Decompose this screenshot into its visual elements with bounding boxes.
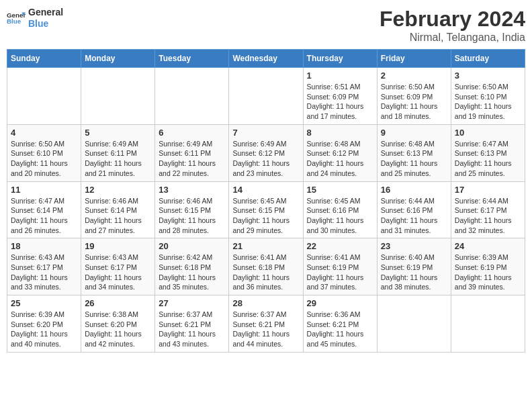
day-info: Sunrise: 6:42 AM Sunset: 6:18 PM Dayligh… (159, 253, 225, 292)
calendar-cell: 1Sunrise: 6:51 AM Sunset: 6:09 PM Daylig… (303, 68, 377, 125)
weekday-header-wednesday: Wednesday (229, 50, 303, 68)
day-info: Sunrise: 6:49 AM Sunset: 6:11 PM Dayligh… (159, 139, 225, 179)
svg-text:Blue: Blue (7, 17, 21, 25)
calendar-cell (155, 68, 229, 125)
calendar-cell: 17Sunrise: 6:44 AM Sunset: 6:17 PM Dayli… (451, 181, 525, 238)
day-number: 14 (232, 185, 299, 195)
logo-icon: General Blue (7, 9, 26, 28)
calendar-cell: 24Sunrise: 6:39 AM Sunset: 6:19 PM Dayli… (451, 238, 525, 295)
day-number: 4 (11, 128, 77, 138)
day-number: 7 (232, 128, 299, 138)
day-info: Sunrise: 6:49 AM Sunset: 6:12 PM Dayligh… (232, 139, 299, 179)
day-number: 3 (455, 71, 521, 81)
day-info: Sunrise: 6:45 AM Sunset: 6:15 PM Dayligh… (232, 196, 299, 236)
calendar-cell: 14Sunrise: 6:45 AM Sunset: 6:15 PM Dayli… (229, 181, 303, 238)
calendar-cell: 16Sunrise: 6:44 AM Sunset: 6:16 PM Dayli… (377, 181, 451, 238)
calendar-cell: 15Sunrise: 6:45 AM Sunset: 6:16 PM Dayli… (303, 181, 377, 238)
weekday-header-sunday: Sunday (7, 50, 81, 68)
calendar-cell (229, 68, 303, 125)
day-number: 13 (159, 185, 225, 195)
calendar-cell: 13Sunrise: 6:46 AM Sunset: 6:15 PM Dayli… (155, 181, 229, 238)
day-info: Sunrise: 6:41 AM Sunset: 6:18 PM Dayligh… (232, 253, 299, 292)
logo-general: General (28, 7, 63, 18)
day-number: 9 (381, 128, 447, 138)
weekday-header-monday: Monday (81, 50, 155, 68)
calendar-cell: 11Sunrise: 6:47 AM Sunset: 6:14 PM Dayli… (7, 181, 81, 238)
day-info: Sunrise: 6:39 AM Sunset: 6:20 PM Dayligh… (11, 310, 77, 349)
day-info: Sunrise: 6:51 AM Sunset: 6:09 PM Dayligh… (307, 82, 373, 122)
calendar-cell: 10Sunrise: 6:47 AM Sunset: 6:13 PM Dayli… (451, 124, 525, 181)
day-info: Sunrise: 6:48 AM Sunset: 6:12 PM Dayligh… (307, 139, 373, 179)
day-info: Sunrise: 6:48 AM Sunset: 6:13 PM Dayligh… (381, 139, 447, 179)
weekday-header-saturday: Saturday (451, 50, 525, 68)
calendar-week-4: 18Sunrise: 6:43 AM Sunset: 6:17 PM Dayli… (7, 238, 525, 295)
day-number: 29 (307, 298, 373, 308)
calendar-cell (377, 295, 451, 353)
calendar-cell: 26Sunrise: 6:38 AM Sunset: 6:20 PM Dayli… (81, 295, 155, 353)
day-number: 8 (307, 128, 373, 138)
logo: General Blue General Blue (7, 7, 63, 30)
calendar-cell: 29Sunrise: 6:36 AM Sunset: 6:21 PM Dayli… (303, 295, 377, 353)
weekday-header-friday: Friday (377, 50, 451, 68)
day-number: 2 (381, 71, 447, 81)
day-number: 21 (232, 241, 299, 251)
day-number: 15 (307, 185, 373, 195)
calendar-table: SundayMondayTuesdayWednesdayThursdayFrid… (7, 49, 525, 353)
calendar-week-1: 1Sunrise: 6:51 AM Sunset: 6:09 PM Daylig… (7, 68, 525, 125)
weekday-header-thursday: Thursday (303, 50, 377, 68)
calendar-cell: 8Sunrise: 6:48 AM Sunset: 6:12 PM Daylig… (303, 124, 377, 181)
day-info: Sunrise: 6:41 AM Sunset: 6:19 PM Dayligh… (307, 253, 373, 292)
day-info: Sunrise: 6:37 AM Sunset: 6:21 PM Dayligh… (159, 310, 225, 349)
calendar-cell: 9Sunrise: 6:48 AM Sunset: 6:13 PM Daylig… (377, 124, 451, 181)
calendar-body: 1Sunrise: 6:51 AM Sunset: 6:09 PM Daylig… (7, 68, 525, 353)
day-number: 24 (455, 241, 521, 251)
calendar-cell: 21Sunrise: 6:41 AM Sunset: 6:18 PM Dayli… (229, 238, 303, 295)
calendar-cell: 19Sunrise: 6:43 AM Sunset: 6:17 PM Dayli… (81, 238, 155, 295)
calendar-cell: 25Sunrise: 6:39 AM Sunset: 6:20 PM Dayli… (7, 295, 81, 353)
day-number: 18 (11, 241, 77, 251)
day-info: Sunrise: 6:45 AM Sunset: 6:16 PM Dayligh… (307, 196, 373, 236)
day-number: 10 (455, 128, 521, 138)
day-info: Sunrise: 6:43 AM Sunset: 6:17 PM Dayligh… (85, 253, 151, 292)
day-number: 28 (232, 298, 299, 308)
calendar-title: February 2024 (380, 7, 525, 32)
day-info: Sunrise: 6:38 AM Sunset: 6:20 PM Dayligh… (85, 310, 151, 349)
day-info: Sunrise: 6:44 AM Sunset: 6:17 PM Dayligh… (455, 196, 521, 236)
day-number: 6 (159, 128, 225, 138)
calendar-cell: 20Sunrise: 6:42 AM Sunset: 6:18 PM Dayli… (155, 238, 229, 295)
calendar-cell: 23Sunrise: 6:40 AM Sunset: 6:19 PM Dayli… (377, 238, 451, 295)
day-info: Sunrise: 6:50 AM Sunset: 6:10 PM Dayligh… (455, 82, 521, 122)
calendar-cell: 22Sunrise: 6:41 AM Sunset: 6:19 PM Dayli… (303, 238, 377, 295)
calendar-week-5: 25Sunrise: 6:39 AM Sunset: 6:20 PM Dayli… (7, 295, 525, 353)
day-number: 25 (11, 298, 77, 308)
calendar-week-3: 11Sunrise: 6:47 AM Sunset: 6:14 PM Dayli… (7, 181, 525, 238)
day-info: Sunrise: 6:46 AM Sunset: 6:14 PM Dayligh… (85, 196, 151, 236)
day-info: Sunrise: 6:39 AM Sunset: 6:19 PM Dayligh… (455, 253, 521, 292)
day-info: Sunrise: 6:49 AM Sunset: 6:11 PM Dayligh… (85, 139, 151, 179)
header: General Blue General Blue February 2024 … (7, 7, 525, 44)
day-number: 5 (85, 128, 151, 138)
day-info: Sunrise: 6:47 AM Sunset: 6:14 PM Dayligh… (11, 196, 77, 236)
calendar-cell: 2Sunrise: 6:50 AM Sunset: 6:09 PM Daylig… (377, 68, 451, 125)
day-number: 11 (11, 185, 77, 195)
day-number: 22 (307, 241, 373, 251)
day-number: 23 (381, 241, 447, 251)
day-info: Sunrise: 6:44 AM Sunset: 6:16 PM Dayligh… (381, 196, 447, 236)
day-number: 17 (455, 185, 521, 195)
weekday-header-row: SundayMondayTuesdayWednesdayThursdayFrid… (7, 50, 525, 68)
calendar-cell: 18Sunrise: 6:43 AM Sunset: 6:17 PM Dayli… (7, 238, 81, 295)
day-info: Sunrise: 6:43 AM Sunset: 6:17 PM Dayligh… (11, 253, 77, 292)
calendar-cell: 12Sunrise: 6:46 AM Sunset: 6:14 PM Dayli… (81, 181, 155, 238)
logo-blue: Blue (28, 18, 63, 30)
day-number: 26 (85, 298, 151, 308)
day-number: 19 (85, 241, 151, 251)
day-number: 16 (381, 185, 447, 195)
day-info: Sunrise: 6:47 AM Sunset: 6:13 PM Dayligh… (455, 139, 521, 179)
day-number: 1 (307, 71, 373, 81)
calendar-cell: 7Sunrise: 6:49 AM Sunset: 6:12 PM Daylig… (229, 124, 303, 181)
day-info: Sunrise: 6:36 AM Sunset: 6:21 PM Dayligh… (307, 310, 373, 349)
day-info: Sunrise: 6:50 AM Sunset: 6:10 PM Dayligh… (11, 139, 77, 179)
weekday-header-tuesday: Tuesday (155, 50, 229, 68)
calendar-week-2: 4Sunrise: 6:50 AM Sunset: 6:10 PM Daylig… (7, 124, 525, 181)
calendar-cell (7, 68, 81, 125)
